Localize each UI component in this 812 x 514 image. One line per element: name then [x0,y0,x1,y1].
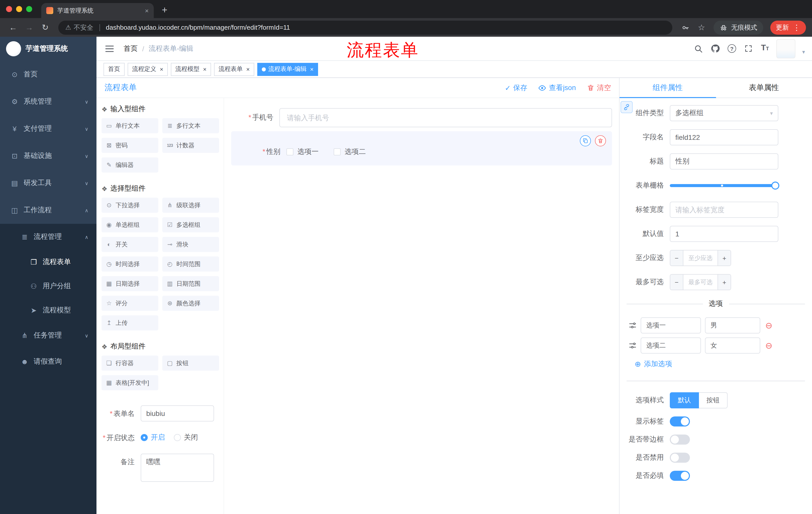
label-width-input[interactable] [670,202,778,218]
github-icon[interactable] [710,43,720,54]
maximize-window-button[interactable] [26,6,32,12]
palette-item-checkbox-group[interactable]: ☑多选框组 [162,217,219,232]
tag-close-icon[interactable]: × [203,65,206,73]
tag-process-definition[interactable]: 流程定义 × [127,63,168,76]
slider-track[interactable] [670,184,778,187]
caret-down-icon[interactable]: ▾ [802,49,805,55]
checkbox-option-1[interactable]: 选项一 [286,147,319,156]
not-secure-badge[interactable]: ⚠ 不安全 [65,23,93,32]
drag-handle-icon[interactable] [629,321,637,329]
fullscreen-icon[interactable] [744,43,753,54]
default-value-input[interactable] [670,226,778,242]
help-icon[interactable]: ? [727,43,737,54]
palette-item-date-range[interactable]: ▥日期范围 [162,276,219,291]
save-button[interactable]: ✓ 保存 [505,83,527,92]
sidebar-item-payment[interactable]: ¥ 支付管理 ∨ [0,115,96,142]
palette-item-row-container[interactable]: ❏行容器 [102,356,158,371]
palette-item-table[interactable]: ▦表格[开发中] [102,375,158,390]
bookmark-star-icon[interactable]: ☆ [694,20,708,34]
checkbox-box[interactable] [286,148,293,155]
view-json-button[interactable]: 查看json [539,83,576,92]
component-type-select[interactable]: 多选框组 ▾ [670,105,778,121]
forward-button[interactable]: → [22,20,36,34]
status-radio-off[interactable]: 关闭 [174,433,198,442]
sidebar-item-infrastructure[interactable]: ⊡ 基础设施 ∨ [0,142,96,169]
disabled-switch[interactable] [670,453,690,463]
palette-item-upload[interactable]: ↥上传 [102,315,158,330]
link-icon-button[interactable] [620,101,633,113]
tag-process-form[interactable]: 流程表单 × [214,63,254,76]
palette-item-time-range[interactable]: ◴时间范围 [162,256,219,272]
sidebar-item-user-group[interactable]: ⚇ 用户分组 [0,274,96,298]
minimize-window-button[interactable] [16,6,22,12]
update-button[interactable]: 更新 ⋮ [770,20,806,34]
tag-close-icon[interactable]: × [310,65,314,73]
increase-button[interactable]: + [718,275,731,290]
palette-item-slider[interactable]: ⊸滑块 [162,237,219,252]
checkbox-option-2[interactable]: 选项二 [334,147,366,156]
font-size-icon[interactable]: T T [760,43,770,54]
gender-widget-selected[interactable]: *性别 选项一 选项二 [231,131,612,165]
show-label-switch[interactable] [670,416,690,427]
tab-form-props[interactable]: 表单属性 [716,78,812,98]
close-window-button[interactable] [6,6,12,12]
tag-home[interactable]: 首页 [104,63,125,76]
option-label-input[interactable] [641,317,701,333]
sidebar-item-task-management[interactable]: ⋔ 任务管理 ∨ [0,322,96,349]
grid-slider[interactable] [670,178,778,194]
sidebar-item-process-management[interactable]: ≣ 流程管理 ∧ [0,224,96,250]
tag-process-form-edit[interactable]: 流程表单-编辑 × [257,63,318,76]
copy-widget-button[interactable] [580,135,591,146]
palette-item-radio-group[interactable]: ◉单选框组 [102,217,158,232]
tag-process-model[interactable]: 流程模型 × [171,63,211,76]
user-avatar[interactable] [777,39,796,58]
sidebar-item-system[interactable]: ⚙ 系统管理 ∨ [0,88,96,115]
style-button-button[interactable]: 按钮 [699,392,728,408]
clear-button[interactable]: 清空 [587,83,611,92]
decrease-button[interactable]: − [670,250,684,266]
remark-textarea[interactable]: 嘿嘿 [141,454,214,482]
tag-close-icon[interactable]: × [246,65,250,73]
palette-item-color-picker[interactable]: ⊛颜色选择 [162,296,219,311]
phone-input[interactable] [279,108,612,127]
tab-component-props[interactable]: 组件属性 [619,78,716,98]
palette-item-editor[interactable]: ✎编辑器 [102,157,158,172]
title-input[interactable] [670,154,778,169]
search-icon[interactable] [694,43,704,54]
sidebar-item-dev-tools[interactable]: ▤ 研发工具 ∨ [0,169,96,197]
palette-item-counter[interactable]: 123计数器 [162,138,219,153]
browser-tab[interactable]: 芋道管理系统 × [41,3,154,18]
delete-widget-button[interactable] [595,135,606,146]
password-key-icon[interactable] [678,20,692,34]
remove-option-button[interactable]: ⊖ [765,321,773,330]
increase-button[interactable]: + [718,250,731,266]
required-switch[interactable] [670,471,690,481]
hamburger-icon[interactable] [104,43,116,55]
max-select-input[interactable] [684,275,718,290]
option-label-input[interactable] [641,337,701,354]
slider-handle[interactable] [771,182,779,190]
border-switch[interactable] [670,435,690,444]
palette-item-cascader[interactable]: ⋔级联选择 [162,198,219,213]
min-select-input[interactable] [684,250,718,266]
decrease-button[interactable]: − [670,275,684,290]
browser-menu-icon[interactable]: ⋮ [793,23,801,32]
palette-item-button[interactable]: ▢按钮 [162,356,219,371]
checkbox-box[interactable] [334,148,341,155]
remove-option-button[interactable]: ⊖ [765,341,773,350]
palette-item-password[interactable]: ⊠密码 [102,138,158,153]
sidebar-item-process-form[interactable]: ❐ 流程表单 [0,250,96,274]
breadcrumb-home[interactable]: 首页 [124,44,138,53]
sidebar-item-leave-query[interactable]: ☻ 请假查询 [0,349,96,375]
address-bar[interactable]: ⚠ 不安全 dashboard.yudao.iocoder.cn/bpm/man… [58,20,672,34]
field-name-input[interactable] [670,129,778,145]
sidebar-item-process-model[interactable]: ➤ 流程模型 [0,298,96,322]
add-option-button[interactable]: ⊕ 添加选项 [619,360,812,369]
palette-item-rate[interactable]: ☆评分 [102,296,158,311]
new-tab-button[interactable]: + [162,4,167,16]
option-value-input[interactable] [705,317,760,333]
sidebar-item-home[interactable]: ⊙ 首页 [0,61,96,88]
drag-handle-icon[interactable] [629,342,637,350]
sidebar-item-workflow[interactable]: ◫ 工作流程 ∧ [0,197,96,224]
palette-item-time-picker[interactable]: ◷时间选择 [102,256,158,272]
